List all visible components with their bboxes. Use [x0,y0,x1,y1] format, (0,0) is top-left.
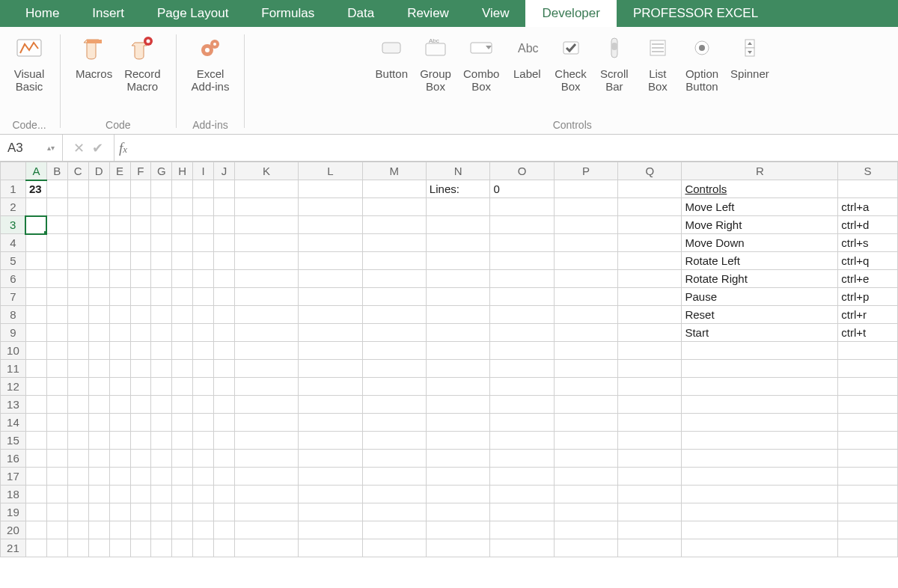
cell-G9[interactable] [151,324,172,342]
cell-G3[interactable] [151,216,172,234]
cell-S3[interactable]: ctrl+d [838,216,898,234]
cell-K12[interactable] [234,378,298,396]
cell-P14[interactable] [554,414,617,432]
cell-B8[interactable] [46,306,67,324]
cell-C18[interactable] [67,486,88,503]
cell-S16[interactable] [838,450,898,468]
cell-G17[interactable] [151,468,172,486]
row-header-3[interactable]: 3 [1,216,26,234]
cell-J12[interactable] [214,378,235,396]
cell-P8[interactable] [554,306,617,324]
cell-B12[interactable] [46,378,67,396]
col-header-H[interactable]: H [172,162,193,180]
cell-I21[interactable] [193,539,214,557]
cell-S12[interactable] [838,378,898,396]
cell-S14[interactable] [838,414,898,432]
cell-B13[interactable] [46,396,67,414]
cell-S7[interactable]: ctrl+p [838,288,898,306]
col-header-C[interactable]: C [67,162,88,180]
col-header-N[interactable]: N [426,162,490,180]
cell-A8[interactable] [25,306,46,324]
cell-M14[interactable] [362,414,426,432]
cell-N18[interactable] [426,486,490,503]
cell-O19[interactable] [490,503,554,521]
cell-F10[interactable] [130,342,151,360]
cell-P17[interactable] [554,468,617,486]
cell-G10[interactable] [151,342,172,360]
cell-F9[interactable] [130,324,151,342]
cell-B14[interactable] [46,414,67,432]
cell-E10[interactable] [109,342,130,360]
cell-R20[interactable] [682,521,838,539]
cell-M2[interactable] [362,198,426,216]
cell-Q8[interactable] [618,306,682,324]
cell-K7[interactable] [234,288,298,306]
cell-M7[interactable] [362,288,426,306]
cell-C10[interactable] [67,342,88,360]
cell-G16[interactable] [151,450,172,468]
cell-E20[interactable] [109,521,130,539]
cell-Q5[interactable] [618,252,682,270]
cell-Q6[interactable] [618,270,682,288]
tab-insert[interactable]: Insert [76,0,141,27]
cell-R4[interactable]: Move Down [682,234,838,252]
cell-O1[interactable]: 0 [490,180,554,198]
cell-K5[interactable] [234,252,298,270]
cell-J11[interactable] [214,360,235,378]
cell-B15[interactable] [46,432,67,450]
cell-K13[interactable] [234,396,298,414]
cell-C3[interactable] [67,216,88,234]
cell-J13[interactable] [214,396,235,414]
cell-L13[interactable] [299,396,362,414]
cell-S19[interactable] [838,503,898,521]
cell-J10[interactable] [214,342,235,360]
cell-M6[interactable] [362,270,426,288]
cell-N9[interactable] [426,324,490,342]
cell-G4[interactable] [151,234,172,252]
cell-N2[interactable] [426,198,490,216]
cell-N6[interactable] [426,270,490,288]
cell-A12[interactable] [25,378,46,396]
cell-Q7[interactable] [618,288,682,306]
cell-N15[interactable] [426,432,490,450]
cell-K8[interactable] [234,306,298,324]
cell-O16[interactable] [490,450,554,468]
cell-E16[interactable] [109,450,130,468]
col-header-D[interactable]: D [88,162,109,180]
cell-H10[interactable] [172,342,193,360]
cell-E19[interactable] [109,503,130,521]
cell-I20[interactable] [193,521,214,539]
cell-C15[interactable] [67,432,88,450]
check-box-button[interactable]: Check Box [549,30,593,94]
cell-Q18[interactable] [618,486,682,503]
cell-A5[interactable] [25,252,46,270]
cell-Q9[interactable] [618,324,682,342]
cell-B18[interactable] [46,486,67,503]
col-header-P[interactable]: P [554,162,617,180]
cell-D12[interactable] [88,378,109,396]
cell-J5[interactable] [214,252,235,270]
cell-R5[interactable]: Rotate Left [682,252,838,270]
cell-E4[interactable] [109,234,130,252]
cell-F14[interactable] [130,414,151,432]
cell-R14[interactable] [682,414,838,432]
row-header-12[interactable]: 12 [1,378,26,396]
cell-J6[interactable] [214,270,235,288]
record-macro-button[interactable]: Record Macro [118,30,166,94]
cell-E14[interactable] [109,414,130,432]
cell-S11[interactable] [838,360,898,378]
label-control-button[interactable]: Abc Label [505,30,549,80]
tab-page-layout[interactable]: Page Layout [141,0,245,27]
cell-I1[interactable] [193,180,214,198]
button-control-button[interactable]: Button [370,30,414,80]
col-header-S[interactable]: S [838,162,898,180]
cell-N20[interactable] [426,521,490,539]
cell-K16[interactable] [234,450,298,468]
cell-O18[interactable] [490,486,554,503]
spreadsheet-grid[interactable]: ABCDEFGHIJKLMNOPQRS123Lines:0Controls2Mo… [0,162,898,557]
cell-A1[interactable]: 23 [25,180,46,198]
cell-N19[interactable] [426,503,490,521]
cell-L11[interactable] [299,360,362,378]
cell-H11[interactable] [172,360,193,378]
row-header-19[interactable]: 19 [1,503,26,521]
